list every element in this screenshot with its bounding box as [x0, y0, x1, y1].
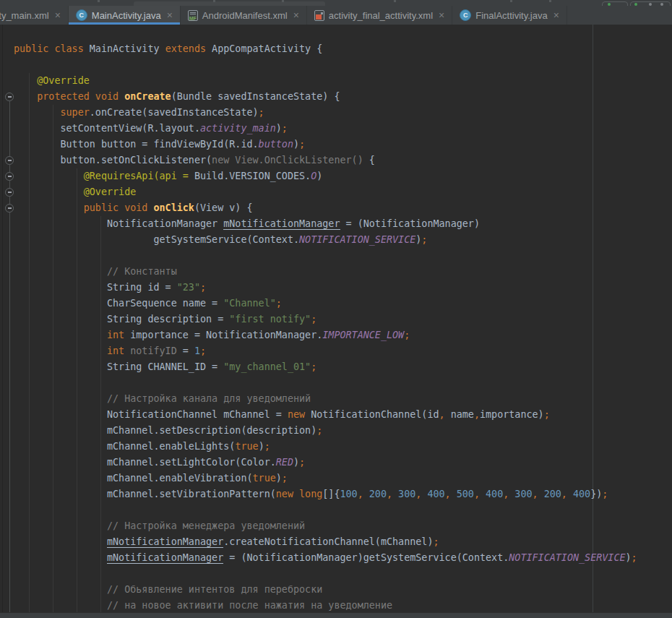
- code-line[interactable]: // на новое активити после нажатия на ув…: [14, 598, 672, 614]
- tab-label: activity_final_acttivity.xml: [329, 10, 433, 21]
- fold-marker-icon[interactable]: [5, 156, 14, 165]
- code-line[interactable]: public void onClick(View v) {: [14, 200, 672, 216]
- tool-window-bar: TODOProblemsTerminalLogcatBuildProfilerA…: [0, 612, 672, 618]
- editor-gutter: [0, 25, 14, 612]
- code-line[interactable]: [14, 57, 672, 73]
- code-line[interactable]: [14, 248, 672, 264]
- code-line[interactable]: CharSequence name = "Channel";: [14, 296, 672, 312]
- tab-ivity-main-xml[interactable]: ivity_main.xml×: [0, 6, 69, 25]
- close-icon[interactable]: ×: [439, 10, 444, 20]
- code-line[interactable]: int notifyID = 1;: [14, 343, 672, 359]
- java-class-icon: C: [76, 9, 87, 21]
- tab-bar: ivity_main.xml×CMainActivity.java×MFAndr…: [0, 6, 672, 25]
- code-line[interactable]: setContentView(R.layout.activity_main);: [14, 121, 672, 137]
- code-line[interactable]: getSystemService(Context.NOTIFICATION_SE…: [14, 232, 672, 248]
- ide-window: ivity_main.xml×CMainActivity.java×MFAndr…: [0, 0, 672, 618]
- code-line[interactable]: NotificationManager mNotificationManager…: [14, 216, 672, 232]
- tab-finalacttivity-java[interactable]: CFinalActtivity.java×: [452, 6, 567, 25]
- code-line[interactable]: @Override: [14, 184, 672, 200]
- toolbar-decoration: [394, 0, 396, 2]
- fold-marker-icon[interactable]: [5, 93, 14, 101]
- code-line[interactable]: super.onCreate(savedInstanceState);: [14, 105, 672, 121]
- code-line[interactable]: mChannel.enableLights(true);: [14, 439, 672, 455]
- code-line[interactable]: int importance = NotificationManager.IMP…: [14, 327, 672, 343]
- code-line[interactable]: [14, 375, 672, 391]
- code-line[interactable]: mNotificationManager.createNotificationC…: [14, 534, 672, 550]
- code-line[interactable]: @Override: [14, 73, 672, 89]
- fold-marker-icon[interactable]: [5, 172, 14, 181]
- layout-xml-icon: [314, 10, 324, 21]
- toolbar-decoration: [549, 0, 551, 2]
- toolbar-decoration: [213, 0, 215, 2]
- tab-activity-final-acttivity-xml[interactable]: activity_final_acttivity.xml×: [307, 6, 452, 25]
- tab-label: FinalActtivity.java: [475, 10, 547, 21]
- code-line[interactable]: button.setOnClickListener(new View.OnCli…: [14, 153, 672, 168]
- code-line[interactable]: mChannel.setDescription(description);: [14, 423, 672, 439]
- code-line[interactable]: public class MainActivity extends AppCom…: [14, 41, 672, 57]
- code-line[interactable]: String id = "23";: [14, 280, 672, 296]
- code-line[interactable]: [14, 502, 672, 518]
- code-line[interactable]: NotificationChannel mChannel = new Notif…: [14, 407, 672, 423]
- main-toolbar: [0, 0, 672, 6]
- code-line[interactable]: String CHANNEL_ID = "my_channel_01";: [14, 359, 672, 375]
- close-icon[interactable]: ×: [553, 10, 559, 20]
- toolbar-decoration: [510, 0, 512, 2]
- code-line[interactable]: Button button = findViewById(R.id.button…: [14, 137, 672, 153]
- tab-androidmanifest-xml[interactable]: MFAndroidManifest.xml×: [181, 6, 307, 25]
- fold-marker-icon[interactable]: [5, 188, 14, 197]
- code-line[interactable]: mChannel.setVibrationPattern(new long[]{…: [14, 486, 672, 502]
- code-line[interactable]: @RequiresApi(api = Build.VERSION_CODES.O…: [14, 168, 672, 184]
- code-line[interactable]: [14, 566, 672, 582]
- code-line[interactable]: // Настройка менеджера уведомлений: [14, 518, 672, 534]
- code-editor[interactable]: public class MainActivity extends AppCom…: [0, 25, 672, 612]
- code-line[interactable]: // Константы: [14, 264, 672, 280]
- toolbar-decoration: [98, 0, 100, 2]
- tab-label: MainActivity.java: [92, 10, 161, 21]
- manifest-file-icon: MF: [188, 10, 198, 21]
- close-icon[interactable]: ×: [55, 10, 61, 20]
- code-line[interactable]: String description = "first notify";: [14, 312, 672, 327]
- tab-label: AndroidManifest.xml: [202, 10, 288, 21]
- code-line[interactable]: // Обьявление интентов для переброски: [14, 582, 672, 598]
- code-line[interactable]: protected void onCreate(Bundle savedInst…: [14, 89, 672, 105]
- tab-mainactivity-java[interactable]: CMainActivity.java×: [69, 6, 181, 25]
- close-icon[interactable]: ×: [167, 10, 173, 20]
- tab-label: ivity_main.xml: [0, 10, 49, 21]
- code-line[interactable]: mChannel.enableVibration(true);: [14, 471, 672, 486]
- close-icon[interactable]: ×: [293, 10, 299, 20]
- code-line[interactable]: mChannel.setLightColor(Color.RED);: [14, 455, 672, 471]
- code-area[interactable]: public class MainActivity extends AppCom…: [14, 41, 672, 614]
- toolbar-decoration: [282, 0, 284, 2]
- code-line[interactable]: // Настройка канала для уведомлений: [14, 391, 672, 407]
- java-class-icon: C: [460, 9, 471, 21]
- code-line[interactable]: mNotificationManager = (NotificationMana…: [14, 550, 672, 566]
- fold-marker-icon[interactable]: [5, 204, 14, 213]
